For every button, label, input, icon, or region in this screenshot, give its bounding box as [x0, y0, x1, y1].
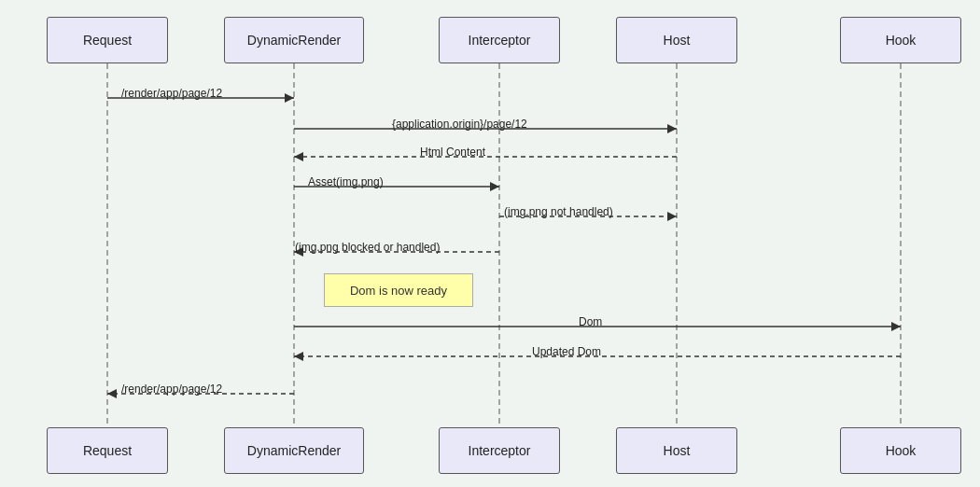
- arrow-label-a9: /render/app/page/12: [121, 383, 222, 396]
- svg-marker-6: [285, 93, 294, 103]
- interceptor-bot: Interceptor: [439, 427, 560, 474]
- svg-marker-10: [294, 152, 303, 161]
- arrow-label-a4: Asset(img.png): [308, 175, 384, 188]
- hook-top: Hook: [840, 17, 961, 63]
- dom-ready-label: Dom is now ready: [324, 273, 473, 307]
- dynrender-top: DynamicRender: [224, 17, 364, 63]
- arrow-label-a6: (img.png blocked or handled): [295, 241, 440, 254]
- arrow-label-a1: /render/app/page/12: [121, 87, 222, 100]
- svg-marker-22: [107, 389, 117, 398]
- svg-marker-8: [667, 124, 677, 133]
- arrow-label-a7: Dom: [579, 315, 602, 328]
- dynrender-bot: DynamicRender: [224, 427, 364, 474]
- arrow-label-a8: Updated Dom: [532, 345, 601, 358]
- hook-bot: Hook: [840, 427, 961, 474]
- request-bot: Request: [47, 427, 168, 474]
- svg-marker-12: [490, 182, 499, 191]
- arrow-label-a2: {application.origin}/page/12: [392, 118, 527, 131]
- sequence-diagram: RequestDynamicRenderInterceptorHostHookR…: [0, 0, 980, 487]
- host-top: Host: [616, 17, 737, 63]
- svg-marker-20: [294, 352, 303, 361]
- arrow-label-a5: (img.png not handled): [504, 205, 613, 218]
- host-bot: Host: [616, 427, 737, 474]
- request-top: Request: [47, 17, 168, 63]
- svg-marker-14: [667, 212, 677, 221]
- svg-marker-18: [891, 322, 901, 331]
- arrow-label-a3: Html Content: [420, 146, 485, 159]
- interceptor-top: Interceptor: [439, 17, 560, 63]
